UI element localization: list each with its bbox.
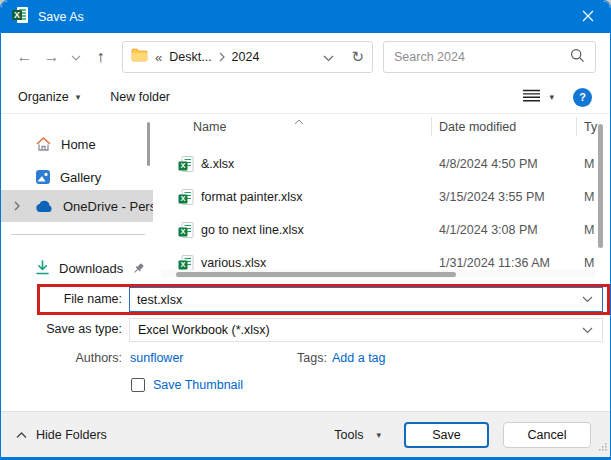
back-icon[interactable]: ← <box>11 48 38 66</box>
svg-text:X: X <box>180 194 185 203</box>
excel-file-icon: X <box>178 189 194 208</box>
save-as-type-dropdown-icon[interactable] <box>573 327 602 334</box>
sidebar-item-gallery[interactable]: Gallery <box>1 163 153 191</box>
new-folder-button[interactable]: New folder <box>110 90 170 104</box>
cancel-button[interactable]: Cancel <box>503 422 591 448</box>
save-thumbnail-checkbox[interactable] <box>131 378 145 392</box>
file-name: various.xlsx <box>201 256 266 270</box>
up-icon[interactable]: ↑ <box>87 48 114 66</box>
search-input[interactable] <box>394 50 570 64</box>
save-button[interactable]: Save <box>404 422 489 448</box>
footer-bar: Hide Folders Tools ▾ Save Cancel <box>1 411 610 457</box>
sidebar-item-home[interactable]: Home <box>1 130 153 158</box>
home-icon <box>35 136 52 152</box>
tools-menu[interactable]: Tools ▾ <box>334 428 381 442</box>
sidebar-item-downloads[interactable]: Downloads <box>1 254 153 282</box>
horizontal-scrollbar-thumb[interactable] <box>176 272 456 277</box>
breadcrumb-item-2024[interactable]: 2024 <box>232 50 260 64</box>
sidebar-item-label: OneDrive - Perso <box>63 199 153 214</box>
file-name-combobox <box>129 287 603 312</box>
vertical-scrollbar-thumb[interactable] <box>598 124 603 248</box>
file-row[interactable]: X go to next line.xlsx 4/1/2024 3:08 PM … <box>161 214 595 247</box>
close-icon <box>582 8 594 26</box>
organize-caret-icon: ▾ <box>76 92 81 102</box>
sort-ascending-icon <box>294 114 304 128</box>
navigation-sidebar: Home Gallery <box>1 114 153 283</box>
save-as-type-value: Excel Workbook (*.xlsx) <box>130 323 573 337</box>
file-name: format painter.xlsx <box>201 190 302 204</box>
organize-menu[interactable]: Organize ▾ <box>18 90 80 104</box>
file-list: Name Date modified Ty X &.xlsx 4/8/2024 … <box>161 114 609 283</box>
expand-chevron-icon[interactable] <box>14 201 20 211</box>
sidebar-scrollbar-thumb[interactable] <box>147 122 150 166</box>
file-name-label: File name: <box>1 292 122 306</box>
file-name-dropdown-icon[interactable] <box>573 296 602 303</box>
refresh-icon[interactable]: ↻ <box>351 48 364 66</box>
tools-label: Tools <box>334 428 363 442</box>
resize-grip[interactable] <box>598 437 607 455</box>
svg-text:X: X <box>180 227 185 236</box>
authors-label: Authors: <box>1 351 122 365</box>
file-type: M <box>584 223 594 237</box>
save-as-dialog: X Save As ← → ↑ « Deskt... <box>0 0 611 460</box>
sidebar-separator <box>11 234 145 235</box>
save-fields: File name: Save as type: Excel Workbook … <box>1 283 610 413</box>
forward-icon[interactable]: → <box>38 48 65 66</box>
file-row[interactable]: X format painter.xlsx 3/15/2024 3:55 PM … <box>161 181 595 214</box>
pin-icon[interactable] <box>132 262 145 275</box>
file-date: 4/1/2024 3:08 PM <box>439 223 538 237</box>
file-name: go to next line.xlsx <box>201 223 304 237</box>
file-date: 1/31/2024 11:36 AM <box>439 256 550 270</box>
file-date: 3/15/2024 3:55 PM <box>439 190 545 204</box>
close-button[interactable] <box>566 1 610 33</box>
column-separator[interactable] <box>431 117 432 136</box>
view-mode-icon[interactable] <box>523 88 540 106</box>
gallery-icon <box>35 169 51 185</box>
chevron-right-icon <box>219 52 225 62</box>
column-header-name[interactable]: Name <box>193 120 226 134</box>
column-separator[interactable] <box>576 117 577 136</box>
address-bar[interactable]: « Deskt... 2024 ↻ <box>122 41 373 73</box>
title-bar: X Save As <box>1 1 610 33</box>
hide-folders-button[interactable]: Hide Folders <box>16 428 107 442</box>
authors-value-link[interactable]: sunflower <box>130 351 184 365</box>
file-name-input[interactable] <box>130 293 573 307</box>
svg-text:X: X <box>14 10 20 20</box>
metadata-row: Authors: sunflower Tags: Add a tag <box>1 351 610 369</box>
new-folder-label: New folder <box>110 90 170 104</box>
search-icon[interactable] <box>570 48 585 67</box>
excel-app-icon: X <box>11 6 29 28</box>
sidebar-item-onedrive[interactable]: OneDrive - Perso <box>1 190 153 222</box>
help-icon: ? <box>579 91 586 103</box>
command-toolbar: Organize ▾ New folder ▾ ? <box>1 81 610 114</box>
save-as-type-combobox[interactable]: Excel Workbook (*.xlsx) <box>129 318 603 342</box>
history-chevron-icon[interactable] <box>65 51 87 63</box>
column-header-type[interactable]: Ty <box>584 120 597 134</box>
svg-text:X: X <box>180 161 185 170</box>
organize-label: Organize <box>18 90 69 104</box>
toolbar-right-group: ▾ ? <box>523 88 592 107</box>
breadcrumb-item-desktop[interactable]: Deskt... <box>169 50 211 64</box>
save-thumbnail-label[interactable]: Save Thumbnail <box>153 378 243 392</box>
address-dropdown-icon[interactable] <box>323 48 334 66</box>
search-box <box>383 41 596 73</box>
view-mode-caret-icon[interactable]: ▾ <box>549 92 554 102</box>
file-type: M <box>584 256 594 270</box>
file-name: &.xlsx <box>201 157 234 171</box>
file-date: 4/8/2024 4:50 PM <box>439 157 538 171</box>
help-button[interactable]: ? <box>573 88 592 107</box>
tags-label: Tags: <box>297 351 327 365</box>
sidebar-item-label: Home <box>61 137 96 152</box>
file-type: M <box>584 190 594 204</box>
sidebar-item-label: Gallery <box>60 170 101 185</box>
file-row[interactable]: X &.xlsx 4/8/2024 4:50 PM M <box>161 148 595 181</box>
column-header-date-modified[interactable]: Date modified <box>439 120 516 134</box>
sidebar-item-label: Downloads <box>59 261 123 276</box>
footer-actions: Tools ▾ Save Cancel <box>334 422 591 448</box>
download-icon <box>35 260 50 276</box>
main-area: Home Gallery <box>1 114 610 283</box>
tools-caret-icon: ▾ <box>376 430 381 440</box>
breadcrumb-overflow[interactable]: « <box>155 50 162 65</box>
excel-file-icon: X <box>178 222 194 241</box>
add-a-tag-link[interactable]: Add a tag <box>332 351 386 365</box>
